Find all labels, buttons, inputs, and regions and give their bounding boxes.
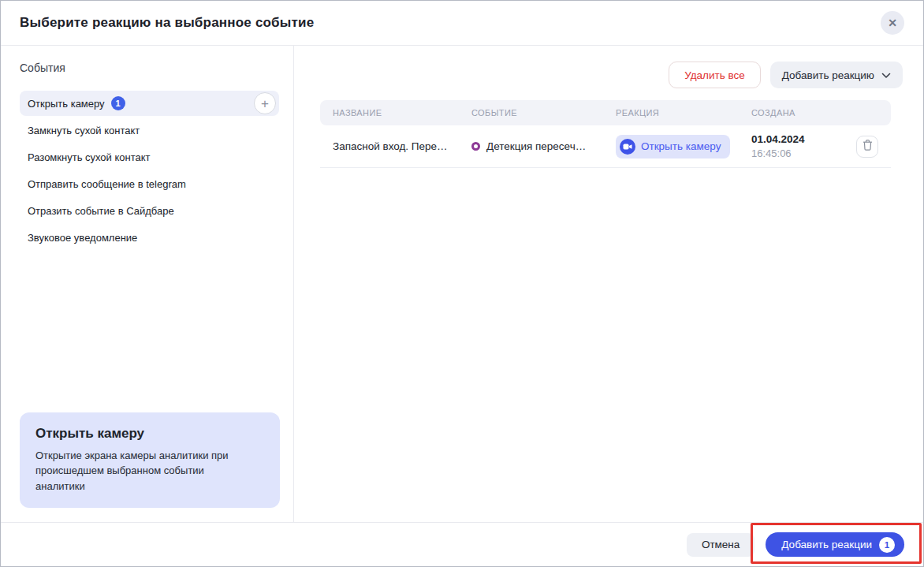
event-info-card: Открыть камеру Открытие экрана камеры ан… xyxy=(20,412,280,509)
sidebar-item-sound-notification[interactable]: Звуковое уведомление xyxy=(20,224,279,251)
created-date: 01.04.2024 xyxy=(751,132,844,147)
sidebar-item-label: Открыть камеру xyxy=(28,98,105,110)
camera-icon xyxy=(620,139,635,155)
delete-all-button[interactable]: Удалить все xyxy=(669,62,761,88)
table-row: Запасной вход. Пере… Детекция пересеч… xyxy=(320,125,891,168)
events-sidebar: События Открыть камеру 1 + Замкнуть сухо… xyxy=(1,46,294,522)
info-card-title: Открыть камеру xyxy=(35,426,264,442)
sidebar-item-telegram-message[interactable]: Отправить сообщение в telegram xyxy=(20,170,279,197)
table-header-row: НАЗВАНИЕ СОБЫТИЕ РЕАКЦИЯ СОЗДАНА xyxy=(320,100,891,125)
sidebar-item-label: Отправить сообщение в telegram xyxy=(28,178,186,190)
reaction-name-cell: Запасной вход. Пере… xyxy=(333,140,471,152)
created-cell: 01.04.2024 16:45:06 xyxy=(751,132,844,161)
submit-count-badge: 1 xyxy=(879,537,895,553)
dialog-title: Выберите реакцию на выбранное событие xyxy=(20,15,314,31)
sidebar-item-label: Замкнуть сухой контакт xyxy=(28,125,140,136)
reactions-toolbar: Удалить все Добавить реакцию xyxy=(320,62,903,88)
reaction-type-cell: Открыть камеру xyxy=(616,135,751,159)
column-header-name: НАЗВАНИЕ xyxy=(333,108,471,118)
reactions-panel: Удалить все Добавить реакцию НАЗВАНИЕ СО… xyxy=(294,46,923,522)
created-time: 16:45:06 xyxy=(751,147,844,161)
sidebar-item-close-dry-contact[interactable]: Замкнуть сухой контакт xyxy=(20,117,279,144)
info-card-description: Открытие экрана камеры аналитики при про… xyxy=(35,448,256,494)
event-label: Детекция пересеч… xyxy=(486,140,586,152)
sidebar-heading: События xyxy=(20,62,279,74)
column-header-reaction: РЕАКЦИЯ xyxy=(616,108,751,118)
reaction-chip-label: Открыть камеру xyxy=(641,140,721,152)
submit-button-label: Добавить реакции xyxy=(781,539,872,550)
sidebar-item-open-dry-contact[interactable]: Разомкнуть сухой контакт xyxy=(20,144,279,170)
sidebar-spacer xyxy=(20,251,279,412)
sidebar-item-label: Разомкнуть сухой контакт xyxy=(28,151,151,163)
sidebar-item-open-camera[interactable]: Открыть камеру 1 + xyxy=(20,91,279,116)
column-header-event: СОБЫТИЕ xyxy=(471,108,616,118)
sidebar-item-label: Отразить событие в Сайдбаре xyxy=(28,205,174,217)
add-reaction-plus-button[interactable]: + xyxy=(254,92,276,114)
delete-row-button[interactable] xyxy=(856,136,878,158)
close-button[interactable]: ✕ xyxy=(881,11,904,35)
close-icon: ✕ xyxy=(888,17,897,29)
submit-add-reactions-button[interactable]: Добавить реакции 1 xyxy=(766,532,904,557)
chevron-down-icon xyxy=(881,69,891,81)
sidebar-item-label: Звуковое уведомление xyxy=(28,232,137,244)
reaction-chip: Открыть камеру xyxy=(616,135,730,159)
trash-icon xyxy=(863,140,873,153)
cancel-button[interactable]: Отмена xyxy=(687,533,754,557)
reaction-dialog: Выберите реакцию на выбранное событие ✕ … xyxy=(0,0,924,567)
dialog-header: Выберите реакцию на выбранное событие ✕ xyxy=(1,1,923,46)
column-header-created: СОЗДАНА xyxy=(751,108,844,118)
plus-icon: + xyxy=(261,97,269,110)
reaction-event-cell: Детекция пересеч… xyxy=(471,140,616,152)
add-reaction-dropdown-button[interactable]: Добавить реакцию xyxy=(770,62,903,88)
dialog-footer: Отмена Добавить реакции 1 xyxy=(1,522,923,566)
reactions-table: НАЗВАНИЕ СОБЫТИЕ РЕАКЦИЯ СОЗДАНА Запасно… xyxy=(320,100,891,168)
count-badge: 1 xyxy=(111,96,125,110)
row-actions xyxy=(844,136,878,158)
sidebar-item-sidebar-event[interactable]: Отразить событие в Сайдбаре xyxy=(20,197,279,224)
add-reaction-dropdown-label: Добавить реакцию xyxy=(782,69,874,81)
event-type-ring-icon xyxy=(471,142,480,151)
dialog-body: События Открыть камеру 1 + Замкнуть сухо… xyxy=(1,46,923,522)
